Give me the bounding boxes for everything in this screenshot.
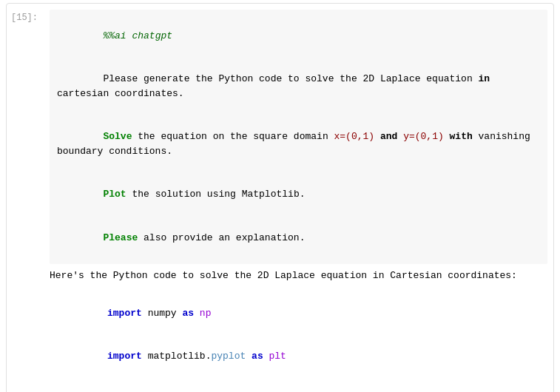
code-block: import numpy as np import matplotlib.pyp… [50, 291, 547, 392]
prompt-text-2d [444, 131, 450, 142]
prompt-bold-and: and [380, 131, 397, 142]
cell-body: %%ai chatgpt Please generate the Python … [44, 7, 553, 392]
prompt-text-4: also provide an explanation. [138, 232, 305, 243]
jupyter-cell: [15]: %%ai chatgpt Please generate the P… [6, 3, 554, 392]
prompt-bold-with: with [450, 131, 473, 142]
kw-import-1: import [107, 308, 142, 319]
kw-import-2: import [107, 351, 142, 362]
kw-as-1: as [182, 308, 194, 319]
prompt-line-4: Please also provide an explanation. [57, 216, 540, 260]
prompt-bold-in: in [479, 73, 490, 84]
prompt-text-normal-1: Please generate the Python code to solve… [103, 73, 478, 84]
prompt-text-2b [374, 131, 380, 142]
magic-command: %%ai chatgpt [103, 30, 172, 41]
prompt-x-range: x=(0,1) [334, 131, 374, 142]
prompt-line-2: Solve the equation on the square domain … [57, 115, 540, 173]
prompt-please: Please [103, 232, 138, 243]
prompt-text-3: the solution using Matplotlib. [126, 189, 306, 200]
cell-label: [15]: [7, 7, 44, 392]
cell-input: %%ai chatgpt Please generate the Python … [50, 10, 547, 264]
import-matplotlib-line: import matplotlib.pyplot as plt [50, 335, 547, 379]
prompt-solve: Solve [103, 131, 132, 142]
output-intro-text: Here's the Python code to solve the 2D L… [50, 268, 547, 283]
prompt-text-2c [397, 131, 403, 142]
prompt-plot: Plot [103, 189, 126, 200]
prompt-text-2a: the equation on the square domain [132, 131, 334, 142]
magic-line: %%ai chatgpt [57, 14, 540, 58]
import-numpy-line: import numpy as np [50, 291, 547, 335]
prompt-line-1: Please generate the Python code to solve… [57, 58, 540, 115]
prompt-y-range: y=(0,1) [403, 131, 444, 142]
spacer-1 [50, 378, 547, 388]
prompt-line-3: Plot the solution using Matplotlib. [57, 173, 540, 217]
kw-as-2: as [252, 351, 263, 362]
cell-output: Here's the Python code to solve the 2D L… [50, 266, 547, 393]
comment-grid: # Set up grid [50, 388, 547, 392]
